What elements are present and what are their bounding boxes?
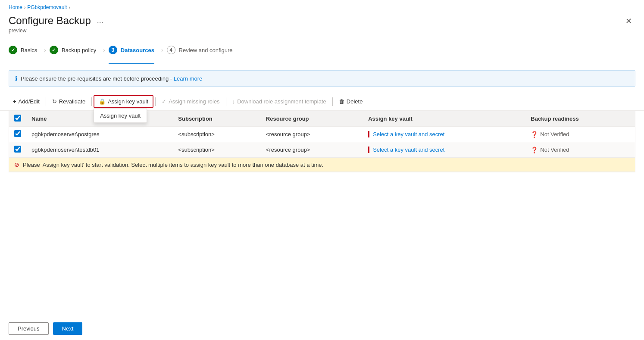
step-basics[interactable]: ✓ Basics [9, 43, 44, 57]
col-header-resource-group: Resource group [261, 111, 363, 127]
assign-key-vault-button[interactable]: 🔒 Assign key vault [94, 95, 153, 108]
row1-name: pgbkpdemoserver\postgres [26, 127, 173, 142]
checkmark-icon: ✓ [162, 98, 166, 105]
warning-cell: ⊘ Please 'Assign key vault' to start val… [9, 158, 635, 172]
step-sep-3: › [161, 47, 163, 53]
next-button[interactable]: Next [53, 322, 83, 335]
col-header-checkbox [9, 111, 26, 127]
col-header-subscription: Subscription [173, 111, 261, 127]
step-label-review: Review and configure [179, 47, 233, 53]
breadcrumb-home[interactable]: Home [9, 4, 22, 10]
row1-key-vault-link[interactable]: Select a key vault and secret [368, 131, 444, 137]
add-edit-button[interactable]: + Add/Edit [9, 96, 44, 107]
delete-icon: 🗑 [339, 98, 344, 105]
row1-key-vault: Select a key vault and secret [363, 127, 525, 142]
step-circle-basics: ✓ [9, 46, 17, 54]
assign-key-vault-tooltip: Assign key vault [94, 109, 147, 123]
assign-key-vault-wrapper: 🔒 Assign key vault Assign key vault [94, 95, 153, 108]
download-template-button[interactable]: ↓ Download role assignment template [228, 96, 331, 107]
revalidate-button[interactable]: ↺ Revalidate [48, 96, 90, 107]
previous-button[interactable]: Previous [9, 322, 49, 335]
page-header: Configure Backup ... preview ✕ [0, 13, 644, 39]
not-verified-icon-1: ❓ [531, 131, 538, 138]
toolbar-sep-5 [332, 97, 333, 106]
toolbar-sep-3 [155, 97, 156, 106]
select-all-checkbox[interactable] [14, 115, 21, 122]
row2-backup-readiness: ❓ Not Verified [525, 142, 635, 158]
row1-checkbox[interactable] [14, 130, 21, 137]
toolbar-sep-2 [91, 97, 92, 106]
step-backup-policy[interactable]: ✓ Backup policy [50, 43, 103, 57]
step-circle-review: 4 [167, 46, 175, 54]
step-circle-datasources: 3 [109, 46, 117, 54]
warning-icon: ⊘ [14, 161, 19, 168]
info-banner-text: Please ensure the pre-requisites are met… [21, 75, 202, 82]
step-label-basics: Basics [21, 47, 37, 53]
page-title: Configure Backup [9, 15, 91, 27]
row2-key-vault-link[interactable]: Select a key vault and secret [368, 147, 444, 153]
delete-button[interactable]: 🗑 Delete [335, 96, 367, 107]
page-subtitle: preview [9, 28, 106, 34]
row2-checkbox-cell [9, 142, 26, 158]
row1-checkbox-cell [9, 127, 26, 142]
table-warning-row: ⊘ Please 'Assign key vault' to start val… [9, 158, 635, 172]
row1-backup-readiness: ❓ Not Verified [525, 127, 635, 142]
info-icon: ℹ [15, 75, 17, 82]
col-header-backup-readiness: Backup readiness [525, 111, 635, 127]
toolbar: + Add/Edit ↺ Revalidate 🔒 Assign key vau… [0, 93, 644, 111]
row2-resource-group: <resource group> [261, 142, 363, 158]
bottom-nav: Previous Next [0, 317, 644, 340]
not-verified-icon-2: ❓ [531, 147, 538, 153]
breadcrumb-sep1: › [24, 5, 25, 10]
step-label-datasources: Datasources [121, 47, 154, 53]
row2-subscription: <subscription> [173, 142, 261, 158]
step-label-policy: Backup policy [62, 47, 96, 53]
row2-checkbox[interactable] [14, 146, 21, 153]
step-review[interactable]: 4 Review and configure [167, 43, 240, 57]
row2-name: pgbkpdemoserver\testdb01 [26, 142, 173, 158]
step-datasources[interactable]: 3 Datasources [109, 43, 161, 57]
toolbar-sep-1 [46, 97, 46, 106]
col-header-assign-key-vault: Assign key vault [363, 111, 525, 127]
step-sep-2: › [103, 47, 105, 53]
close-button[interactable]: ✕ [622, 15, 635, 28]
breadcrumb-sep2: › [69, 5, 70, 10]
add-icon: + [13, 98, 16, 105]
assign-missing-roles-button[interactable]: ✓ Assign missing roles [157, 96, 224, 107]
breadcrumb-vault[interactable]: PGbkpdemovault [27, 4, 67, 10]
learn-more-link[interactable]: Learn more [174, 75, 202, 82]
row1-resource-group: <resource group> [261, 127, 363, 142]
ellipsis-button[interactable]: ... [94, 16, 106, 26]
row1-subscription: <subscription> [173, 127, 261, 142]
toolbar-sep-4 [226, 97, 226, 106]
step-circle-policy: ✓ [50, 46, 58, 54]
row2-key-vault: Select a key vault and secret [363, 142, 525, 158]
table-row: pgbkpdemoserver\postgres <subscription> … [9, 127, 635, 142]
lock-icon: 🔒 [99, 98, 106, 105]
breadcrumb: Home › PGbkpdemovault › [0, 0, 644, 13]
warning-text: Please 'Assign key vault' to start valid… [23, 162, 323, 168]
step-sep-1: › [44, 47, 46, 53]
info-banner: ℹ Please ensure the pre-requisites are m… [9, 70, 635, 87]
table-row: pgbkpdemoserver\testdb01 <subscription> … [9, 142, 635, 158]
refresh-icon: ↺ [52, 98, 57, 105]
wizard-steps: ✓ Basics › ✓ Backup policy › 3 Datasourc… [0, 39, 644, 64]
download-icon: ↓ [232, 98, 235, 105]
